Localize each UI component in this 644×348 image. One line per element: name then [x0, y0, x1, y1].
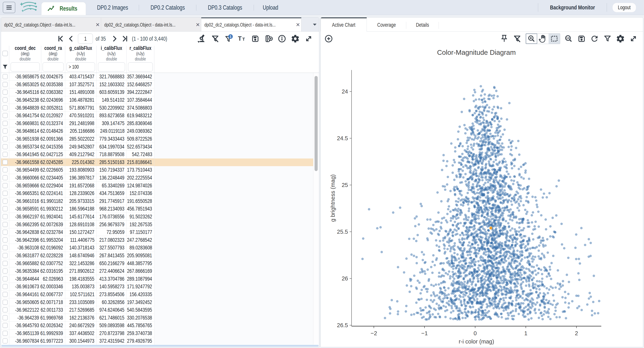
column-header-coord_ra[interactable]: coord_ra(deg)double: [41, 46, 65, 61]
row-checkbox[interactable]: [2, 175, 8, 180]
table-tab-1[interactable]: dp02_dc2_catalogs.Object - data-int.ls..…: [1, 18, 101, 32]
tab-dp03-catalogs[interactable]: DP0.3 Catalogs: [196, 0, 254, 15]
last-page-button[interactable]: [120, 34, 129, 43]
column-header-i_calibFlux[interactable]: i_calibFlux(nJy)double: [96, 46, 127, 61]
row-checkbox[interactable]: [2, 276, 8, 282]
row-checkbox[interactable]: [2, 136, 8, 142]
table-row[interactable]: -36.966535162.0224141128.2339026434.7513…: [1, 190, 313, 197]
row-checkbox[interactable]: [2, 323, 8, 328]
table-vertical-scrollbar[interactable]: [313, 73, 319, 345]
table-row[interactable]: -36.966101661.9901182205.9733315291.7745…: [1, 197, 313, 205]
row-checkbox[interactable]: [2, 292, 8, 297]
close-tab-icon[interactable]: ✕: [96, 22, 100, 28]
page-number-input[interactable]: 1: [78, 34, 93, 44]
row-checkbox[interactable]: [2, 198, 8, 204]
row-checkbox[interactable]: [2, 167, 8, 172]
close-tab-icon[interactable]: ✕: [296, 22, 300, 28]
table-row[interactable]: -36.964194562.0427125409.2127942718.8879…: [1, 151, 313, 158]
chart-tab-details[interactable]: Details: [406, 18, 439, 32]
table-row[interactable]: -36.964175462.0120927470.5910201893.6273…: [1, 112, 313, 120]
filter-count-icon[interactable]: 1: [224, 34, 233, 43]
gear-icon[interactable]: [616, 34, 625, 43]
table-row[interactable]: -36.966588262.0307752322.1453286650.2166…: [1, 260, 313, 267]
row-checkbox[interactable]: [2, 261, 8, 266]
table-row[interactable]: -36.966983162.0132374291.2481998309.1474…: [1, 120, 313, 128]
table-row[interactable]: -36.964883962.0052811571.8067791530.2209…: [1, 104, 313, 112]
row-checkbox[interactable]: [2, 315, 8, 320]
pan-mode-icon[interactable]: [537, 34, 548, 44]
table-row[interactable]: -36.964239661.9953204111.4406775217.0802…: [1, 236, 313, 244]
table-row[interactable]: -36.960783461.9977223300.1544973372.4315…: [1, 337, 313, 345]
column-header-r_calibFlux[interactable]: r_calibFlux(nJy)double: [127, 46, 154, 61]
zoom-mode-icon[interactable]: [526, 34, 537, 44]
row-checkbox[interactable]: [2, 338, 8, 344]
table-tab-3[interactable]: dp02_dc2_catalogs.Object - data-int.ls..…: [201, 18, 302, 32]
scatter-points[interactable]: [361, 85, 600, 321]
row-checkbox[interactable]: [2, 98, 8, 102]
table-row[interactable]: -36.965302562.0035388107.3527571152.1603…: [1, 81, 313, 88]
clear-filters-icon[interactable]: [513, 34, 522, 43]
row-checkbox[interactable]: [2, 300, 8, 305]
table-horizontal-scrollbar[interactable]: [1, 345, 319, 347]
table-row[interactable]: -36.965113961.9992939337.4436502270.8723…: [1, 330, 313, 338]
column-header-coord_dec[interactable]: coord_dec(deg)double: [9, 46, 41, 61]
tab-overflow-button[interactable]: [310, 18, 319, 32]
table-row[interactable]: -36.964861462.0148426205.1166686249.0119…: [1, 127, 313, 135]
first-page-button[interactable]: [56, 34, 65, 43]
row-checkbox[interactable]: [2, 253, 8, 258]
select-mode-icon[interactable]: [548, 34, 560, 44]
row-checkbox[interactable]: [2, 307, 8, 312]
row-checkbox[interactable]: [2, 152, 8, 157]
row-checkbox[interactable]: [2, 74, 8, 79]
pin-icon[interactable]: [500, 34, 509, 43]
info-icon[interactable]: [278, 34, 286, 43]
tab-dp02-catalogs[interactable]: DP0.2 Catalogs: [139, 0, 196, 15]
table-row[interactable]: -36.965060562.0071718233.103508960.32628…: [1, 298, 313, 306]
row-checkbox[interactable]: [2, 82, 8, 87]
row-checkbox[interactable]: [2, 284, 8, 289]
table-row[interactable]: -36.96310862.0196092140.3718143327.55077…: [1, 244, 313, 252]
table-row[interactable]: -36.965867562.0042675403.4715437321.7668…: [1, 73, 313, 81]
table-row[interactable]: -36.964579362.0026342240.6672929509.0893…: [1, 322, 313, 330]
table-row[interactable]: -36.964416162.0067737102.5711621273.8554…: [1, 291, 313, 298]
table-tab-2[interactable]: dp02_dc2_catalogs.Object - data-int.ls..…: [101, 18, 201, 32]
row-checkbox[interactable]: [2, 331, 8, 336]
table-row[interactable]: -36.964464462.026963198.4183555413.37047…: [1, 275, 313, 283]
clear-filters-icon[interactable]: [211, 34, 220, 43]
close-tab-icon[interactable]: ✕: [196, 22, 200, 28]
select-all-checkbox[interactable]: [2, 51, 8, 56]
chart-tab-coverage[interactable]: Coverage: [367, 18, 406, 32]
tab-results[interactable]: Results: [41, 2, 86, 15]
zoom-original-icon[interactable]: 1X: [564, 34, 573, 43]
filter-icon[interactable]: [603, 34, 612, 43]
table-row[interactable]: -36.965373462.0415356249.9452807634.1997…: [1, 143, 313, 151]
table-row[interactable]: -36.965193862.0091366285.5022022779.3433…: [1, 135, 313, 143]
next-page-button[interactable]: [110, 34, 119, 43]
table-row[interactable]: -36.964283862.0232784150.127242772.95059…: [1, 228, 313, 236]
table-row[interactable]: -36.965859161.9930212186.5964188968.2134…: [1, 205, 313, 213]
background-monitor-button[interactable]: Background Monitor: [544, 4, 601, 11]
table-row[interactable]: -36.966155862.0245285225.014362285.51501…: [1, 158, 313, 166]
column-header-g_calibFlux[interactable]: g_calibFlux(nJy)double: [65, 46, 96, 61]
tab-upload[interactable]: Upload: [254, 0, 287, 15]
row-checkbox[interactable]: [2, 268, 8, 274]
row-checkbox[interactable]: [2, 222, 8, 227]
microscope-icon[interactable]: [197, 34, 206, 43]
row-checkbox[interactable]: [2, 113, 8, 118]
row-checkbox[interactable]: [2, 160, 8, 165]
table-row[interactable]: -36.961067362.0003346135.003873140.59582…: [1, 283, 313, 291]
restore-icon[interactable]: [590, 34, 599, 43]
prev-page-button[interactable]: [66, 34, 75, 43]
filter-input-g_calibFlux[interactable]: > 100: [66, 62, 95, 72]
save-icon[interactable]: [577, 34, 586, 43]
table-row[interactable]: -36.964523862.0243696106.4878281149.5141…: [1, 96, 313, 104]
row-checkbox[interactable]: [2, 206, 8, 211]
row-checkbox[interactable]: [2, 245, 8, 250]
table-row[interactable]: -36.965966662.0229404191.657206865.33402…: [1, 182, 313, 190]
expand-icon[interactable]: [629, 34, 638, 43]
text-view-icon[interactable]: TT: [238, 34, 246, 43]
row-checkbox[interactable]: [2, 105, 8, 110]
table-row[interactable]: -36.966239562.0072639128.6910108256.9679…: [1, 220, 313, 228]
table-row[interactable]: -36.965449962.0226605193.8080903150.7194…: [1, 166, 313, 174]
row-checkbox[interactable]: [2, 90, 8, 95]
